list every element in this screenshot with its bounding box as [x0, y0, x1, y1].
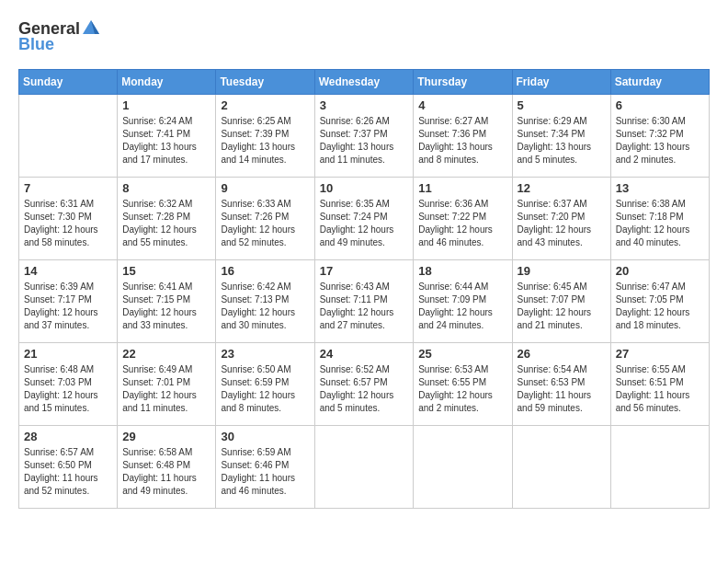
day-number: 10	[320, 181, 409, 195]
calendar-cell: 25Sunrise: 6:53 AMSunset: 6:55 PMDayligh…	[414, 343, 512, 426]
calendar-header-row: SundayMondayTuesdayWednesdayThursdayFrid…	[19, 70, 710, 95]
calendar-cell: 24Sunrise: 6:52 AMSunset: 6:57 PMDayligh…	[314, 343, 414, 426]
day-number: 4	[418, 98, 506, 112]
calendar-cell	[314, 426, 414, 509]
day-number: 19	[518, 264, 606, 278]
day-number: 12	[518, 181, 606, 195]
calendar-cell: 11Sunrise: 6:36 AMSunset: 7:22 PMDayligh…	[414, 178, 512, 260]
day-info: Sunrise: 6:29 AMSunset: 7:34 PMDaylight:…	[518, 115, 606, 167]
day-info: Sunrise: 6:53 AMSunset: 6:55 PMDaylight:…	[418, 363, 506, 415]
day-info: Sunrise: 6:24 AMSunset: 7:41 PMDaylight:…	[122, 115, 210, 167]
day-info: Sunrise: 6:58 AMSunset: 6:48 PMDaylight:…	[122, 446, 210, 498]
calendar-table: SundayMondayTuesdayWednesdayThursdayFrid…	[18, 69, 710, 509]
calendar-cell: 22Sunrise: 6:49 AMSunset: 7:01 PMDayligh…	[118, 343, 216, 426]
calendar-cell: 8Sunrise: 6:32 AMSunset: 7:28 PMDaylight…	[118, 178, 216, 260]
col-header-saturday: Saturday	[610, 70, 709, 95]
day-info: Sunrise: 6:38 AMSunset: 7:18 PMDaylight:…	[616, 198, 704, 249]
page-header: General Blue	[18, 18, 710, 54]
day-number: 11	[418, 181, 506, 195]
day-info: Sunrise: 6:33 AMSunset: 7:26 PMDaylight:…	[221, 198, 309, 249]
day-number: 5	[518, 98, 606, 112]
calendar-cell: 21Sunrise: 6:48 AMSunset: 7:03 PMDayligh…	[19, 343, 118, 426]
day-info: Sunrise: 6:37 AMSunset: 7:20 PMDaylight:…	[518, 198, 606, 249]
calendar-week-row: 1Sunrise: 6:24 AMSunset: 7:41 PMDaylight…	[19, 95, 710, 178]
calendar-week-row: 21Sunrise: 6:48 AMSunset: 7:03 PMDayligh…	[19, 343, 710, 426]
calendar-cell: 29Sunrise: 6:58 AMSunset: 6:48 PMDayligh…	[118, 426, 216, 509]
day-info: Sunrise: 6:43 AMSunset: 7:11 PMDaylight:…	[320, 281, 409, 332]
day-number: 28	[24, 430, 112, 443]
calendar-cell: 12Sunrise: 6:37 AMSunset: 7:20 PMDayligh…	[512, 178, 610, 260]
calendar-cell: 20Sunrise: 6:47 AMSunset: 7:05 PMDayligh…	[610, 260, 709, 343]
calendar-cell: 6Sunrise: 6:30 AMSunset: 7:32 PMDaylight…	[610, 95, 709, 178]
day-info: Sunrise: 6:32 AMSunset: 7:28 PMDaylight:…	[122, 198, 210, 249]
calendar-cell	[19, 95, 118, 178]
day-info: Sunrise: 6:26 AMSunset: 7:37 PMDaylight:…	[320, 115, 409, 167]
calendar-week-row: 14Sunrise: 6:39 AMSunset: 7:17 PMDayligh…	[19, 260, 710, 343]
calendar-cell	[414, 426, 512, 509]
calendar-cell	[512, 426, 610, 509]
day-number: 15	[122, 264, 210, 278]
logo: General Blue	[18, 18, 100, 54]
calendar-cell: 2Sunrise: 6:25 AMSunset: 7:39 PMDaylight…	[216, 95, 314, 178]
calendar-cell: 10Sunrise: 6:35 AMSunset: 7:24 PMDayligh…	[314, 178, 414, 260]
calendar-cell	[610, 426, 709, 509]
day-info: Sunrise: 6:57 AMSunset: 6:50 PMDaylight:…	[24, 446, 112, 498]
day-number: 25	[418, 347, 506, 361]
calendar-cell: 18Sunrise: 6:44 AMSunset: 7:09 PMDayligh…	[414, 260, 512, 343]
calendar-cell: 9Sunrise: 6:33 AMSunset: 7:26 PMDaylight…	[216, 178, 314, 260]
col-header-tuesday: Tuesday	[216, 70, 314, 95]
calendar-cell: 15Sunrise: 6:41 AMSunset: 7:15 PMDayligh…	[118, 260, 216, 343]
day-number: 3	[320, 98, 409, 112]
day-number: 13	[616, 181, 704, 195]
day-info: Sunrise: 6:31 AMSunset: 7:30 PMDaylight:…	[24, 198, 112, 249]
calendar-cell: 5Sunrise: 6:29 AMSunset: 7:34 PMDaylight…	[512, 95, 610, 178]
day-number: 2	[221, 98, 309, 112]
calendar-cell: 30Sunrise: 6:59 AMSunset: 6:46 PMDayligh…	[216, 426, 314, 509]
day-number: 30	[221, 430, 309, 443]
day-info: Sunrise: 6:47 AMSunset: 7:05 PMDaylight:…	[616, 281, 704, 332]
day-number: 24	[320, 347, 409, 361]
calendar-week-row: 7Sunrise: 6:31 AMSunset: 7:30 PMDaylight…	[19, 178, 710, 260]
day-info: Sunrise: 6:52 AMSunset: 6:57 PMDaylight:…	[320, 363, 409, 415]
day-info: Sunrise: 6:50 AMSunset: 6:59 PMDaylight:…	[221, 363, 309, 415]
day-info: Sunrise: 6:27 AMSunset: 7:36 PMDaylight:…	[418, 115, 506, 167]
calendar-cell: 23Sunrise: 6:50 AMSunset: 6:59 PMDayligh…	[216, 343, 314, 426]
calendar-cell: 1Sunrise: 6:24 AMSunset: 7:41 PMDaylight…	[118, 95, 216, 178]
day-number: 26	[518, 347, 606, 361]
day-info: Sunrise: 6:44 AMSunset: 7:09 PMDaylight:…	[418, 281, 506, 332]
day-info: Sunrise: 6:45 AMSunset: 7:07 PMDaylight:…	[518, 281, 606, 332]
calendar-cell: 13Sunrise: 6:38 AMSunset: 7:18 PMDayligh…	[610, 178, 709, 260]
day-info: Sunrise: 6:39 AMSunset: 7:17 PMDaylight:…	[24, 281, 112, 332]
day-number: 27	[616, 347, 704, 361]
day-info: Sunrise: 6:55 AMSunset: 6:51 PMDaylight:…	[616, 363, 704, 415]
calendar-cell: 3Sunrise: 6:26 AMSunset: 7:37 PMDaylight…	[314, 95, 414, 178]
calendar-cell: 17Sunrise: 6:43 AMSunset: 7:11 PMDayligh…	[314, 260, 414, 343]
col-header-friday: Friday	[512, 70, 610, 95]
calendar-cell: 19Sunrise: 6:45 AMSunset: 7:07 PMDayligh…	[512, 260, 610, 343]
day-info: Sunrise: 6:42 AMSunset: 7:13 PMDaylight:…	[221, 281, 309, 332]
calendar-week-row: 28Sunrise: 6:57 AMSunset: 6:50 PMDayligh…	[19, 426, 710, 509]
calendar-cell: 16Sunrise: 6:42 AMSunset: 7:13 PMDayligh…	[216, 260, 314, 343]
calendar-cell: 28Sunrise: 6:57 AMSunset: 6:50 PMDayligh…	[19, 426, 118, 509]
day-info: Sunrise: 6:41 AMSunset: 7:15 PMDaylight:…	[122, 281, 210, 332]
day-number: 20	[616, 264, 704, 278]
day-number: 6	[616, 98, 704, 112]
col-header-thursday: Thursday	[414, 70, 512, 95]
day-number: 16	[221, 264, 309, 278]
calendar-cell: 7Sunrise: 6:31 AMSunset: 7:30 PMDaylight…	[19, 178, 118, 260]
col-header-wednesday: Wednesday	[314, 70, 414, 95]
calendar-cell: 26Sunrise: 6:54 AMSunset: 6:53 PMDayligh…	[512, 343, 610, 426]
day-number: 18	[418, 264, 506, 278]
day-number: 22	[122, 347, 210, 361]
day-info: Sunrise: 6:49 AMSunset: 7:01 PMDaylight:…	[122, 363, 210, 415]
day-info: Sunrise: 6:54 AMSunset: 6:53 PMDaylight:…	[518, 363, 606, 415]
logo-blue: Blue	[18, 35, 54, 54]
day-info: Sunrise: 6:35 AMSunset: 7:24 PMDaylight:…	[320, 198, 409, 249]
day-number: 29	[122, 430, 210, 443]
day-number: 17	[320, 264, 409, 278]
col-header-monday: Monday	[118, 70, 216, 95]
calendar-cell: 4Sunrise: 6:27 AMSunset: 7:36 PMDaylight…	[414, 95, 512, 178]
day-info: Sunrise: 6:25 AMSunset: 7:39 PMDaylight:…	[221, 115, 309, 167]
day-number: 7	[24, 181, 112, 195]
calendar-cell: 27Sunrise: 6:55 AMSunset: 6:51 PMDayligh…	[610, 343, 709, 426]
